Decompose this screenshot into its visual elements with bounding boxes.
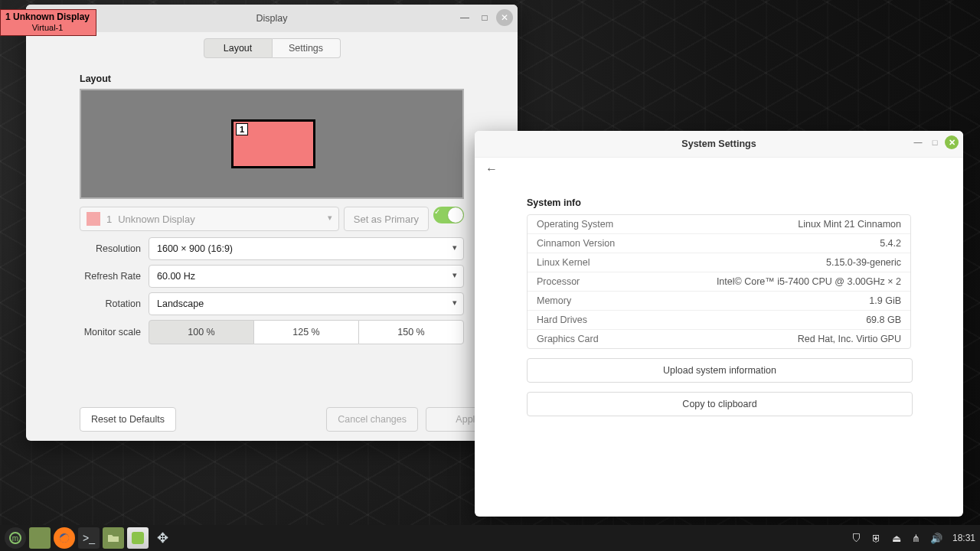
display-selector-dropdown[interactable]: 1 Unknown Display: [80, 207, 339, 231]
display-window-title: Display: [26, 13, 518, 24]
info-row-graphics: Graphics Card Red Hat, Inc. Virtio GPU: [528, 330, 910, 348]
tray-volume-icon[interactable]: 🔊: [929, 533, 943, 544]
mint-menu-icon[interactable]: m: [5, 527, 26, 549]
info-value: 1.9 GiB: [869, 295, 901, 306]
close-icon[interactable]: ✕: [496, 9, 513, 26]
tray-removable-icon[interactable]: ⏏: [890, 533, 903, 544]
display-color-swatch: [87, 212, 100, 226]
resolution-dropdown[interactable]: 1600 × 900 (16:9): [149, 237, 464, 260]
info-key: Operating System: [537, 219, 613, 230]
refresh-rate-value: 60.00 Hz: [157, 271, 195, 282]
taskbar-clock[interactable]: 18:31: [952, 533, 975, 543]
display-enabled-toggle[interactable]: [433, 207, 464, 223]
info-row-processor: Processor Intel© Core™ i5-7400 CPU @ 3.0…: [528, 272, 910, 292]
terminal-icon[interactable]: >_: [78, 527, 100, 549]
info-value: 69.8 GB: [866, 315, 901, 325]
info-value: Red Hat, Inc. Virtio GPU: [798, 334, 901, 344]
display-window-titlebar[interactable]: Display — □ ✕: [26, 5, 518, 32]
back-arrow-icon[interactable]: ←: [485, 162, 498, 176]
layout-section-label: Layout: [80, 73, 464, 84]
info-value: Linux Mint 21 Cinnamon: [798, 219, 901, 230]
display-settings-window: Display — □ ✕ Layout Settings Layout 1 1…: [26, 5, 518, 441]
tray-update-icon[interactable]: ⛉: [850, 533, 864, 544]
tray-shield-icon[interactable]: ⛨: [870, 533, 884, 544]
monitor-scale-group: 100 % 125 % 150 %: [149, 320, 464, 344]
info-row-memory: Memory 1.9 GiB: [528, 292, 910, 311]
scale-125-button[interactable]: 125 %: [254, 320, 358, 344]
info-key: Linux Kernel: [537, 257, 590, 268]
svg-text:m: m: [12, 534, 18, 543]
info-row-hard-drives: Hard Drives 69.8 GB: [528, 311, 910, 330]
tray-network-icon[interactable]: ⋔: [910, 533, 923, 544]
monitor-index-badge: 1: [236, 123, 248, 135]
rotation-value: Landscape: [157, 298, 204, 309]
info-key: Graphics Card: [537, 334, 599, 344]
monitor-scale-label: Monitor scale: [80, 327, 141, 337]
rotation-label: Rotation: [80, 298, 141, 309]
display-selector-name: Unknown Display: [118, 214, 194, 225]
display-identifier-badge: 1 Unknown Display Virtual-1: [0, 9, 96, 36]
info-value: 5.15.0-39-generic: [826, 257, 901, 268]
system-info-label: System info: [527, 197, 911, 208]
monitor-layout-preview[interactable]: 1: [80, 89, 464, 199]
info-row-kernel: Linux Kernel 5.15.0-39-generic: [528, 253, 910, 272]
show-desktop-icon[interactable]: [29, 527, 51, 549]
display-tabs: Layout Settings: [26, 32, 518, 66]
system-info-list: Operating System Linux Mint 21 Cinnamon …: [527, 214, 911, 349]
minimize-icon[interactable]: —: [911, 135, 925, 149]
monitor-rect[interactable]: 1: [231, 119, 315, 168]
tab-layout[interactable]: Layout: [204, 38, 273, 58]
settings-window-titlebar[interactable]: System Settings — □ ✕: [475, 131, 963, 158]
scale-100-button[interactable]: 100 %: [149, 320, 254, 344]
tab-settings[interactable]: Settings: [273, 38, 341, 58]
info-key: Processor: [537, 276, 580, 287]
maximize-icon[interactable]: □: [928, 135, 942, 149]
info-row-cinnamon: Cinnamon Version 5.4.2: [528, 234, 910, 253]
close-icon[interactable]: ✕: [945, 135, 959, 149]
info-row-os: Operating System Linux Mint 21 Cinnamon: [528, 215, 910, 234]
minimize-icon[interactable]: —: [456, 9, 473, 26]
cancel-changes-button[interactable]: Cancel changes: [326, 407, 418, 432]
refresh-rate-label: Refresh Rate: [80, 271, 141, 282]
resolution-label: Resolution: [80, 243, 141, 254]
settings-window-title: System Settings: [475, 139, 963, 149]
window-list-applet-icon[interactable]: ✥: [152, 527, 173, 549]
set-primary-button[interactable]: Set as Primary: [344, 207, 429, 231]
display-identifier-line2: Virtual-1: [5, 23, 90, 33]
info-key: Memory: [537, 295, 571, 306]
upload-system-info-button[interactable]: Upload system information: [527, 358, 913, 383]
info-value: 5.4.2: [880, 238, 901, 249]
system-tray: ⛉ ⛨ ⏏ ⋔ 🔊 18:31: [850, 533, 975, 544]
refresh-rate-dropdown[interactable]: 60.00 Hz: [149, 265, 464, 288]
info-key: Hard Drives: [537, 315, 587, 325]
resolution-value: 1600 × 900 (16:9): [157, 243, 233, 254]
scale-150-button[interactable]: 150 %: [358, 320, 464, 344]
display-footer: Reset to Defaults Cancel changes Apply: [80, 407, 510, 432]
rotation-dropdown[interactable]: Landscape: [149, 292, 464, 315]
files-icon[interactable]: [103, 527, 124, 549]
info-key: Cinnamon Version: [537, 238, 615, 249]
maximize-icon[interactable]: □: [476, 9, 493, 26]
reset-defaults-button[interactable]: Reset to Defaults: [80, 407, 176, 432]
settings-back-row: ←: [475, 158, 963, 181]
display-identifier-line1: 1 Unknown Display: [5, 12, 90, 23]
system-settings-window: System Settings — □ ✕ ← System info Oper…: [475, 131, 963, 517]
taskbar: m >_ ✥ ⛉ ⛨ ⏏ ⋔ 🔊 18:31: [0, 525, 980, 551]
display-selector-index: 1: [106, 214, 112, 225]
info-value: Intel© Core™ i5-7400 CPU @ 3.00GHz × 2: [717, 276, 901, 287]
software-manager-icon[interactable]: [127, 527, 149, 549]
firefox-icon[interactable]: [54, 527, 75, 549]
copy-to-clipboard-button[interactable]: Copy to clipboard: [527, 392, 913, 416]
